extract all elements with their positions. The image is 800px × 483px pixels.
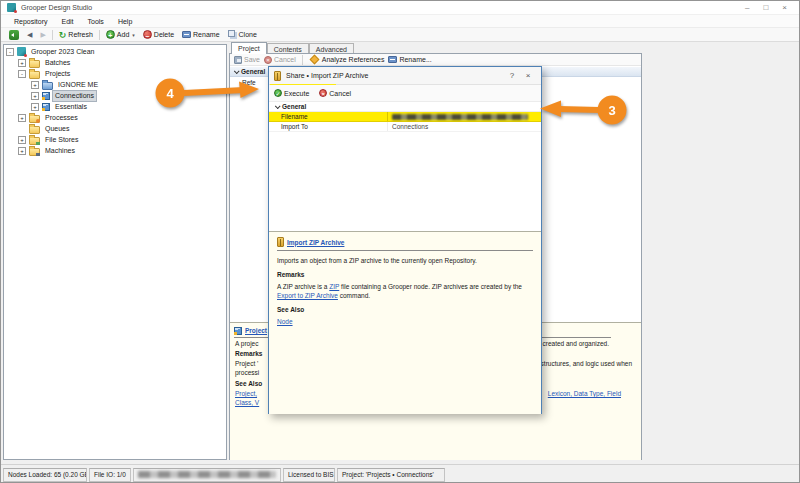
tree-expander[interactable]: +	[31, 81, 39, 89]
forward-button[interactable]: ▶	[36, 29, 49, 41]
tree-item-file-stores[interactable]: + File Stores	[4, 134, 80, 145]
menu-tools[interactable]: Tools	[81, 18, 111, 25]
help-title-row: Project	[234, 326, 267, 335]
clone-icon	[228, 30, 235, 37]
delete-button[interactable]: – Delete	[139, 29, 178, 41]
tree-item-machines[interactable]: + Machines	[4, 145, 77, 156]
tree-item-label: Queues	[43, 124, 72, 134]
remarks-text: command.	[338, 292, 370, 299]
tree-item-processes[interactable]: + Processes	[4, 112, 80, 123]
repository-tree: - Grooper 2023 Clean + Batches - Project…	[3, 44, 227, 460]
import-zip-dialog: Share • Import ZIP Archive ? × ✓ Execute…	[268, 66, 542, 414]
menu-help[interactable]: Help	[111, 18, 139, 25]
tree-item-projects[interactable]: - Projects	[4, 68, 72, 79]
import-zip-archive-link[interactable]: Import ZIP Archive	[287, 238, 344, 247]
property-row-fragment: Refe	[242, 79, 256, 86]
dialog-cancel-button[interactable]: × Cancel	[319, 89, 351, 97]
tree-item-label: Processes	[43, 113, 80, 123]
dialog-close-button[interactable]: ×	[520, 71, 536, 80]
save-button[interactable]: Save	[234, 56, 260, 64]
tree-expander[interactable]: +	[18, 59, 26, 67]
see-also-link[interactable]: Project,	[235, 389, 257, 398]
tree-expander[interactable]: +	[31, 92, 39, 100]
tree-item-label: Batches	[43, 58, 72, 68]
tree-item-label: File Stores	[43, 135, 80, 145]
tab-project[interactable]: Project	[231, 42, 267, 54]
see-also-heading: See Also	[277, 305, 533, 314]
tree-item-ignore-me[interactable]: + IGNORE ME	[4, 79, 100, 90]
back-button[interactable]: ◀	[23, 29, 36, 41]
execute-label: Execute	[284, 90, 309, 97]
refresh-button[interactable]: ↻ Refresh	[55, 29, 97, 41]
cancel-label: Cancel	[329, 90, 351, 97]
rename-button-panel[interactable]: Rename...	[388, 56, 431, 63]
tree-expander[interactable]: +	[18, 147, 26, 155]
filename-value-field[interactable]	[387, 112, 541, 121]
clone-button[interactable]: Clone	[224, 29, 261, 41]
project-help-link[interactable]: Project	[245, 326, 267, 335]
rename-button[interactable]: Rename	[178, 29, 223, 41]
tree-expander[interactable]: +	[18, 114, 26, 122]
dialog-help-remarks: A ZIP archive is a ZIP file containing a…	[277, 282, 533, 300]
app-logo-icon	[7, 3, 16, 12]
redacted-filename	[392, 114, 528, 120]
close-button[interactable]: ×	[782, 3, 787, 12]
filename-row[interactable]: Filename	[269, 112, 541, 122]
dialog-category-general[interactable]: General	[269, 102, 541, 112]
tree-item-queues[interactable]: Queues	[4, 123, 72, 134]
analyze-references-button[interactable]: Analyze References	[309, 56, 385, 63]
status-project: Project: 'Projects • Connections'	[337, 468, 445, 482]
maximize-button[interactable]: □	[763, 3, 768, 12]
tree-item-label: IGNORE ME	[56, 80, 100, 90]
refresh-label: Refresh	[68, 31, 93, 38]
filename-label: Filename	[269, 113, 387, 120]
app-window: Grooper Design Studio – □ × Repository E…	[0, 0, 800, 483]
analyze-references-label: Analyze References	[322, 56, 385, 63]
project-panel-toolbar: Save × Cancel Analyze References Rename.…	[230, 54, 641, 66]
help-text-fragment: A projec	[235, 339, 259, 348]
zip-link[interactable]: ZIP	[329, 283, 339, 290]
menu-edit[interactable]: Edit	[54, 18, 80, 25]
node-link[interactable]: Node	[277, 318, 293, 325]
repository-button[interactable]	[5, 29, 23, 41]
forward-icon: ▶	[40, 30, 45, 40]
tree-expander[interactable]: +	[31, 103, 39, 111]
tree-item-essentials[interactable]: + Essentials	[4, 101, 89, 112]
remarks-text: A ZIP archive is a	[277, 283, 329, 290]
processes-folder-icon	[29, 115, 40, 123]
dialog-title-bar: Share • Import ZIP Archive ? ×	[269, 67, 541, 85]
status-bar: Nodes Loaded: 65 (0.20 GB) File IO: 1/0 …	[1, 464, 799, 483]
back-icon: ◀	[27, 30, 32, 40]
see-also-link-wrap[interactable]: Class, V	[235, 398, 259, 407]
see-also-links[interactable]: Lexicon, Data Type, Field	[548, 389, 621, 398]
see-also-heading: See Also	[235, 379, 262, 388]
tree-root[interactable]: - Grooper 2023 Clean	[4, 46, 96, 57]
minimize-button[interactable]: –	[745, 3, 749, 12]
category-label: General	[241, 68, 265, 75]
import-to-row[interactable]: Import To Connections	[269, 122, 541, 132]
remarks-text: file containing a Grooper node. ZIP arch…	[339, 283, 522, 290]
import-to-label: Import To	[269, 123, 387, 130]
toolbar-separator	[302, 55, 303, 65]
menu-bar: Repository Edit Tools Help	[1, 15, 799, 28]
help-text-fragment: structures, and logic used when	[541, 359, 632, 368]
menu-repository[interactable]: Repository	[7, 18, 54, 25]
repository-node-icon	[17, 47, 26, 56]
tree-expander[interactable]: +	[18, 136, 26, 144]
execute-button[interactable]: ✓ Execute	[274, 89, 309, 97]
cancel-button[interactable]: × Cancel	[264, 56, 296, 64]
tree-item-batches[interactable]: + Batches	[4, 57, 72, 68]
tree-item-connections[interactable]: + Connections	[4, 90, 96, 101]
cancel-label: Cancel	[274, 56, 296, 63]
save-label: Save	[244, 56, 260, 63]
rename-icon	[388, 56, 397, 63]
dialog-property-grid: General Filename Import To Connections	[269, 102, 541, 231]
zip-archive-icon	[274, 71, 281, 81]
analyze-references-icon	[309, 55, 319, 65]
export-to-zip-link[interactable]: Export to ZIP Archive	[277, 292, 338, 299]
dialog-help-button[interactable]: ?	[504, 71, 520, 80]
tree-expander[interactable]: -	[18, 70, 26, 78]
tree-expander[interactable]: -	[6, 48, 14, 56]
help-text-fragment: Project '	[235, 359, 258, 368]
add-button[interactable]: + Add ▾	[102, 29, 139, 41]
